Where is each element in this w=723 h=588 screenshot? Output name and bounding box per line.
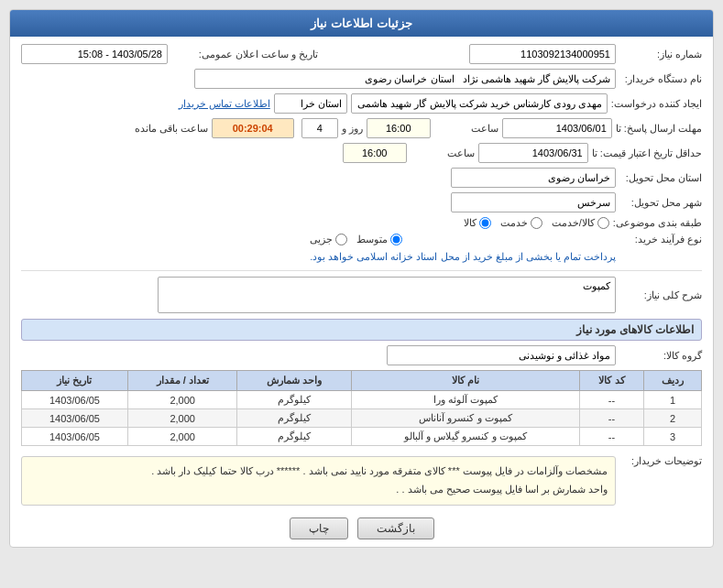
cell-index: 3 [643,428,701,446]
creator-name-input[interactable] [351,93,608,114]
answer-time-label: ساعت [434,123,498,135]
creator-contact-link[interactable]: اطلاعات تماس خریدار [179,98,270,110]
price-date-input[interactable] [478,143,588,163]
price-time-label: ساعت [411,147,475,159]
cell-name: کمپوت آلوئه ورا [351,391,579,409]
cell-code: -- [580,428,644,446]
answer-timer-input [212,118,294,138]
cell-date: 1403/06/05 [22,409,128,428]
buyer-notes-box: مشخصات وآلزامات در فایل پیوست *** کالای … [21,456,616,506]
datetime-label: تاریخ و ساعت اعلان عمومی: [171,49,318,60]
buyer-label: نام دستگاه خریدار: [619,73,702,85]
table-row: 2 -- کمپوت و کنسرو آناناس کیلوگرم 2,000 … [22,409,702,428]
creator-province-input[interactable] [274,93,347,114]
buyer-notes-line1: مشخصات وآلزامات در فایل پیوست *** کالای … [29,463,608,481]
table-row: 1 -- کمپوت آلوئه ورا کیلوگرم 2,000 1403/… [22,391,702,409]
goods-table: ردیف کد کالا نام کالا واحد شمارش تعداد /… [21,370,702,446]
cell-code: -- [580,409,644,428]
need-number-input[interactable] [469,44,616,64]
print-button[interactable]: چاپ [290,517,348,539]
cell-name: کمپوت و کنسرو گیلاس و آلبالو [351,428,579,446]
cell-qty: 2,000 [127,428,237,446]
datetime-input[interactable] [21,44,168,64]
cell-unit: کیلوگرم [237,409,351,428]
back-button[interactable]: بازگشت [357,517,434,539]
col-index: ردیف [643,371,701,391]
purchase-type-medium[interactable]: متوسط [356,234,402,245]
col-code: کد کالا [580,371,644,391]
delivery-province-input[interactable] [451,168,616,188]
col-name: نام کالا [351,371,579,391]
answer-timer-label: ساعت باقی مانده [135,123,208,135]
col-date: تاریخ نیاز [22,371,128,391]
category-radio-group: کالا خدمت کالا/خدمت [464,217,609,229]
buyer-notes-label: توضیحات خریدار: [619,452,702,467]
cell-index: 1 [643,391,701,409]
cell-date: 1403/06/05 [22,391,128,409]
purchase-type-partial[interactable]: جزیی [310,234,347,245]
need-desc-textarea[interactable] [158,277,616,313]
answer-days-input[interactable] [301,118,338,138]
category-label: طبقه بندی موضوعی: [613,217,702,229]
cell-qty: 2,000 [127,409,237,428]
price-time-input[interactable] [343,143,407,163]
buyer-notes-line2: واحد شمارش بر اسا فایل پیوست صحیح می باش… [29,481,608,499]
cell-date: 1403/06/05 [22,428,128,446]
category-option-both[interactable]: کالا/خدمت [552,217,609,229]
purchase-note: پرداخت تمام یا بخشی از مبلغ خرید از محل … [310,249,616,265]
cell-index: 2 [643,409,701,428]
cell-name: کمپوت و کنسرو آناناس [351,409,579,428]
buyer-input[interactable] [194,69,616,89]
panel-title: جزئیات اطلاعات نیاز [10,10,713,37]
delivery-city-label: شهر محل تحویل: [619,197,702,209]
answer-date-input[interactable] [502,118,612,138]
cell-unit: کیلوگرم [237,391,351,409]
category-option-goods[interactable]: کالا [464,217,491,229]
col-qty: تعداد / مقدار [127,371,237,391]
goods-group-input[interactable] [387,345,616,365]
cell-unit: کیلوگرم [237,428,351,446]
button-row: چاپ بازگشت [21,517,702,539]
answer-time-input[interactable] [367,118,431,138]
col-unit: واحد شمارش [237,371,351,391]
answer-deadline-label: مهلت ارسال پاسخ: تا [616,123,702,135]
delivery-city-input[interactable] [451,192,616,212]
goods-section-header: اطلاعات کالاهای مورد نیاز [21,319,702,341]
creator-label: ایجاد کننده درخواست: [611,98,702,110]
purchase-type-label: نوع فرآیند خرید: [619,234,702,245]
table-row: 3 -- کمپوت و کنسرو گیلاس و آلبالو کیلوگر… [22,428,702,446]
category-option-service[interactable]: خدمت [500,217,542,229]
need-number-label: شماره نیاز: [619,49,702,60]
cell-qty: 2,000 [127,391,237,409]
price-deadline-label: حداقل تاریخ اعتبار قیمت: تا [592,147,702,159]
goods-group-label: گروه کالا: [619,350,702,362]
need-desc-label: شرح کلی نیاز: [619,289,702,301]
cell-code: -- [580,391,644,409]
answer-days-label: روز و [342,123,363,135]
delivery-province-label: استان محل تحویل: [619,172,702,184]
purchase-note-highlight: اسناد خزانه اسلامی [356,251,437,262]
